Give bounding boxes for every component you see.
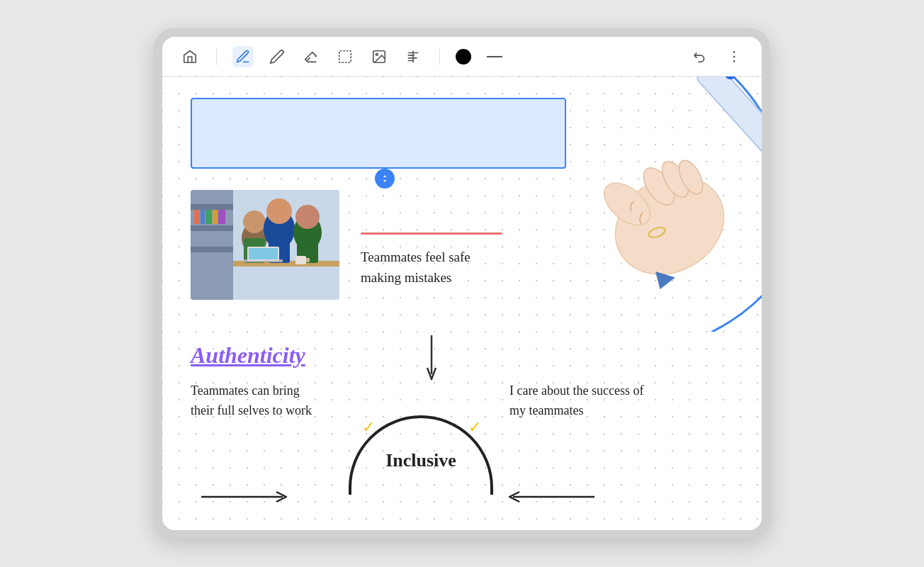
svg-rect-52 [716,77,749,82]
toolbar-separator-1 [216,48,217,65]
inclusive-circle-container: Inclusive ✓ ✓ [346,374,495,495]
authenticity-text: Authenticity [191,342,305,369]
svg-rect-16 [191,247,233,252]
svg-point-30 [295,205,320,229]
svg-rect-20 [213,210,218,224]
svg-text:✓: ✓ [468,418,481,436]
arrow-bottom-left [201,489,293,505]
svg-rect-50 [694,77,762,198]
eraser-tool-button[interactable] [300,46,322,67]
tablet-screen: Teammates feel safe making mistakes [162,37,762,530]
svg-point-47 [638,162,681,210]
toolbar-right [689,46,745,67]
svg-text:Inclusive: Inclusive [385,450,456,471]
stylus-hand-overlay [535,77,762,332]
svg-rect-35 [295,256,306,264]
home-button[interactable] [179,46,201,67]
svg-text:✓: ✓ [362,418,375,436]
svg-point-53 [648,225,667,239]
red-decorative-line [361,232,502,235]
svg-rect-14 [191,204,233,210]
teammates-can-text: Teammates can bring their full selves to… [191,381,325,421]
i-care-text: I care about the success of my teammates [509,381,644,421]
teammates-feel-text: Teammates feel safe making mistakes [361,247,502,288]
pen-tool-button[interactable] [232,46,254,67]
svg-point-24 [243,210,266,233]
resize-handle[interactable] [375,169,395,189]
tablet-frame: Teammates feel safe making mistakes [154,28,770,539]
svg-point-11 [733,60,736,62]
svg-rect-0 [339,50,351,62]
svg-point-9 [733,51,736,53]
arrow-bottom-right [502,489,595,505]
select-tool-button[interactable] [334,46,356,67]
more-options-button[interactable] [723,46,745,67]
pencil-tool-button[interactable] [266,46,288,67]
stroke-picker[interactable] [484,46,505,67]
svg-rect-19 [205,210,212,224]
svg-rect-21 [218,210,225,224]
canvas-area[interactable]: Teammates feel safe making mistakes [162,77,762,530]
blue-highlight-box [191,98,566,169]
team-photo [191,190,339,300]
svg-point-27 [266,198,292,224]
svg-point-10 [733,55,736,57]
svg-marker-51 [649,264,675,291]
text-tool-button[interactable] [402,46,424,67]
svg-point-46 [597,175,658,234]
svg-rect-17 [194,210,200,224]
color-picker[interactable] [456,49,471,64]
toolbar [162,37,762,77]
svg-point-49 [674,157,707,198]
svg-rect-18 [201,210,205,224]
svg-rect-36 [306,258,310,262]
svg-point-45 [597,157,742,294]
svg-point-2 [376,53,378,55]
toolbar-separator-2 [439,48,440,65]
svg-rect-34 [249,248,278,259]
image-tool-button[interactable] [368,46,390,67]
svg-rect-15 [191,225,233,231]
undo-button[interactable] [689,46,711,67]
svg-point-48 [657,157,694,201]
